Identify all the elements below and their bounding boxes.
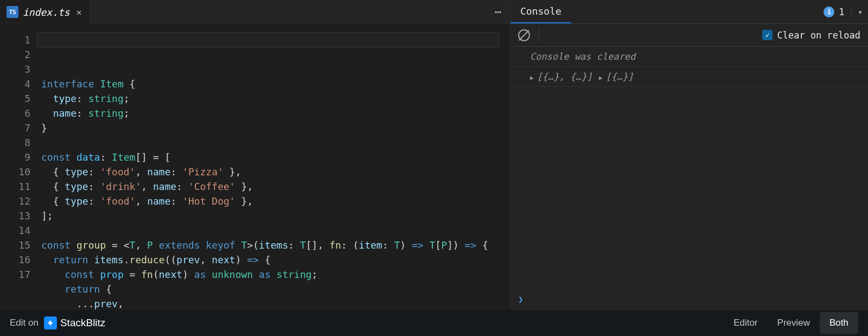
line-number: 7 — [0, 121, 30, 135]
console-pane: Console i 1 ▾ ✓ Clear on reload Console … — [510, 0, 868, 310]
code-line[interactable]: const group = <T, P extends keyof T>(ite… — [41, 238, 510, 252]
code-line[interactable]: interface Item { — [41, 77, 510, 91]
console-toolbar: ✓ Clear on reload — [510, 24, 868, 47]
clear-on-reload-label: Clear on reload — [777, 30, 860, 41]
code-editor[interactable]: 1234567891011121314151617 interface Item… — [0, 24, 510, 310]
more-actions-icon[interactable]: ⋯ — [486, 0, 510, 24]
code-line[interactable]: ]; — [41, 208, 510, 223]
line-gutter: 1234567891011121314151617 — [0, 33, 41, 310]
clear-console-icon[interactable] — [518, 29, 530, 41]
active-line-highlight — [37, 33, 499, 47]
code-line[interactable]: type: string; — [41, 91, 510, 106]
console-cleared-message: Console was cleared — [510, 47, 868, 67]
editor-view-button[interactable]: Editor — [724, 312, 767, 334]
code-line[interactable]: { type: 'food', name: 'Hot Dog' }, — [41, 194, 510, 208]
expand-triangle-icon[interactable]: ▶ — [599, 74, 603, 81]
line-number: 5 — [0, 91, 30, 106]
console-tab-bar: Console i 1 ▾ — [510, 0, 868, 24]
info-count: 1 — [839, 7, 844, 17]
edit-on-label: Edit on — [10, 318, 39, 328]
checkbox-icon[interactable]: ✓ — [762, 30, 773, 40]
bolt-icon[interactable] — [44, 316, 57, 329]
line-number: 8 — [0, 135, 30, 150]
line-number: 10 — [0, 164, 30, 179]
bottom-bar: Edit on StackBlitz Editor Preview Both — [0, 310, 868, 336]
line-number: 17 — [0, 267, 30, 282]
info-icon[interactable]: i — [824, 7, 834, 17]
code-line[interactable]: { type: 'drink', name: 'Coffee' }, — [41, 179, 510, 194]
line-number: 2 — [0, 47, 30, 62]
code-line[interactable]: const prop = fn(next) as unknown as stri… — [41, 267, 510, 282]
console-messages: Console was cleared ▶[{…}, {…}] ▶[{…}] — [510, 47, 868, 289]
expand-triangle-icon[interactable]: ▶ — [530, 74, 534, 81]
code-line[interactable]: { type: 'food', name: 'Pizza' }, — [41, 164, 510, 179]
line-number: 15 — [0, 238, 30, 252]
brand-name[interactable]: StackBlitz — [60, 317, 105, 329]
preview-view-button[interactable]: Preview — [768, 312, 820, 334]
code-line[interactable]: return { — [41, 282, 510, 296]
console-input-prompt[interactable]: ❯ — [510, 289, 868, 310]
console-tab[interactable]: Console — [510, 0, 571, 23]
code-line[interactable]: return items.reduce((prev, next) => { — [41, 252, 510, 267]
line-number: 14 — [0, 223, 30, 238]
line-number: 1 — [0, 33, 30, 47]
line-number: 6 — [0, 106, 30, 121]
editor-pane: TS index.ts ✕ ⋯ 123456789101112131415161… — [0, 0, 510, 310]
code-line[interactable] — [41, 135, 510, 150]
line-number: 9 — [0, 150, 30, 164]
line-number: 12 — [0, 194, 30, 208]
line-number: 4 — [0, 77, 30, 91]
view-mode-switcher: Editor Preview Both — [724, 312, 858, 334]
chevron-down-icon[interactable]: ▾ — [858, 8, 863, 16]
close-icon[interactable]: ✕ — [74, 6, 84, 18]
line-number: 13 — [0, 208, 30, 223]
typescript-icon: TS — [7, 6, 18, 18]
file-tab[interactable]: TS index.ts ✕ — [0, 0, 91, 24]
line-number: 16 — [0, 252, 30, 267]
code-line[interactable]: } — [41, 121, 510, 135]
both-view-button[interactable]: Both — [820, 312, 858, 334]
code-line[interactable]: const data: Item[] = [ — [41, 150, 510, 164]
file-tab-name: index.ts — [23, 7, 70, 18]
console-log-entry[interactable]: ▶[{…}, {…}] ▶[{…}] — [510, 67, 868, 87]
line-number: 11 — [0, 179, 30, 194]
clear-on-reload-toggle[interactable]: ✓ Clear on reload — [762, 30, 860, 41]
code-line[interactable]: ...prev, — [41, 296, 510, 310]
editor-tab-bar: TS index.ts ✕ ⋯ — [0, 0, 510, 24]
code-content[interactable]: interface Item { type: string; name: str… — [41, 33, 510, 310]
line-number: 3 — [0, 62, 30, 77]
code-line[interactable]: name: string; — [41, 106, 510, 121]
code-line[interactable] — [41, 223, 510, 238]
